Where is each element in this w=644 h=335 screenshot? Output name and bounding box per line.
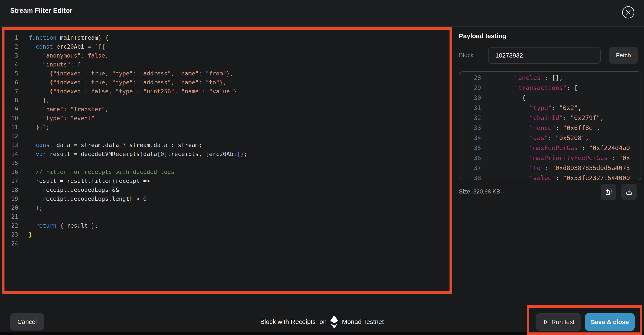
network-label: Monad Testnet <box>342 318 384 326</box>
footer-divider <box>0 306 644 306</box>
block-number-input[interactable] <box>488 47 601 64</box>
stream-type-label: Block with Receipts <box>260 318 316 326</box>
code-line: 2 const erc20Abi = `[{ <box>4 42 444 51</box>
code-line: 19 receipt.decodedLogs.length > 0 <box>4 194 444 203</box>
copy-icon <box>605 188 612 196</box>
download-button[interactable] <box>622 184 637 200</box>
code-line: 12 <box>4 132 444 141</box>
code-line: 4 "inputs": [ <box>4 60 444 69</box>
stream-on-label: on <box>320 318 326 326</box>
code-line: 30 { <box>459 93 641 103</box>
payload-testing-title: Payload testing <box>459 32 506 40</box>
code-line: 38 "value": "0x53fe23271544000 <box>459 173 641 180</box>
fetch-button[interactable]: Fetch <box>609 47 638 64</box>
code-line: 36 "maxPriorityFeePerGas": "0x <box>459 153 641 163</box>
run-test-label: Run test <box>552 319 574 326</box>
code-line: 3 "anonymous": false, <box>4 51 444 60</box>
download-icon <box>625 188 633 196</box>
code-line: 8 ], <box>4 96 444 105</box>
save-close-button[interactable]: Save & close <box>585 313 634 331</box>
code-line: 7 {"indexed": false, "type": "uint256", … <box>4 87 444 96</box>
code-line: 10 "type": "event" <box>4 114 444 123</box>
ethereum-icon <box>330 316 338 328</box>
code-line: 29 "transactions": [ <box>459 83 641 93</box>
code-line: 34 "gas": "0x5208", <box>459 133 641 143</box>
modal-header: Stream Filter Editor <box>0 0 644 27</box>
code-line: 13 const data = stream.data ? stream.dat… <box>4 141 444 150</box>
code-line: 6 {"indexed": true, "type": "address", "… <box>4 78 444 87</box>
code-line: 24 <box>4 239 444 248</box>
code-line: 1function main(stream) { <box>4 33 444 42</box>
page-title: Stream Filter Editor <box>10 7 72 14</box>
editor-scrollbar-track <box>444 30 445 293</box>
code-line: 28 "uncles": [], <box>459 73 641 83</box>
code-line: 14 var result = decodeEVMReceipts(data[0… <box>4 150 444 159</box>
code-line: 5 {"indexed": true, "type": "address", "… <box>4 69 444 78</box>
code-line: 20 ); <box>4 203 444 212</box>
code-line: 11 }]`; <box>4 123 444 132</box>
code-line: 18 receipt.decodedLogs && <box>4 185 444 194</box>
code-line: 33 "nonce": "0x6ff8e", <box>459 123 641 133</box>
payload-size-label: Size: 320.98 KB <box>459 188 500 195</box>
block-label: Block <box>459 52 474 59</box>
code-line: 9 "name": "Transfer", <box>4 105 444 114</box>
close-button[interactable] <box>620 4 637 21</box>
copy-button[interactable] <box>601 184 616 200</box>
json-lines: 28 "uncles": [],29 "transactions": [30 {… <box>459 73 641 180</box>
code-line: 22 return { result }; <box>4 221 444 230</box>
cancel-button[interactable]: Cancel <box>10 313 44 331</box>
close-icon <box>621 5 635 19</box>
code-line: 32 "chainId": "0x279f", <box>459 113 641 123</box>
code-lines: 1function main(stream) {2 const erc20Abi… <box>4 33 444 248</box>
play-icon <box>543 319 549 325</box>
code-line: 16 // Filter for receipts with decoded l… <box>4 167 444 176</box>
code-line: 35 "maxFeePerGas": "0xf224d4a0 <box>459 143 641 153</box>
code-editor[interactable]: 1function main(stream) {2 const erc20Abi… <box>4 30 444 293</box>
code-line: 21 <box>4 212 444 221</box>
code-line: 37 "to": "0xd89387855d0d5a4075 <box>459 163 641 173</box>
code-line: 15 <box>4 159 444 167</box>
code-line: 23} <box>4 230 444 239</box>
bottom-edge-strip <box>0 332 644 335</box>
stream-summary: Block with Receipts on Monad Testnet <box>260 313 384 331</box>
payload-json-viewer[interactable]: 28 "uncles": [],29 "transactions": [30 {… <box>459 71 642 180</box>
run-test-button[interactable]: Run test <box>536 313 581 331</box>
code-line: 17 result = result.filter(receipt => <box>4 176 444 185</box>
code-line: 31 "type": "0x2", <box>459 103 641 113</box>
